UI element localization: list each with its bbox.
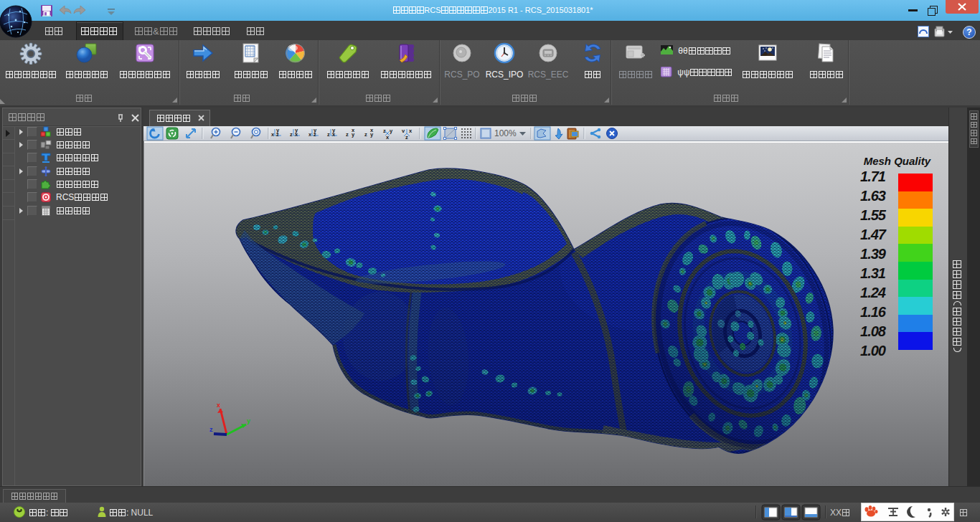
svg-text:v: v xyxy=(402,128,405,134)
svg-text:z: z xyxy=(290,131,293,138)
svg-text:y: y xyxy=(276,127,280,133)
svg-text:z: z xyxy=(327,131,330,138)
svg-text:x: x xyxy=(352,127,355,133)
svg-text:z: z xyxy=(383,128,386,134)
svg-text:y: y xyxy=(314,127,317,133)
svg-text:x: x xyxy=(409,128,413,134)
svg-text:z: z xyxy=(346,131,349,138)
svg-text:x: x xyxy=(370,127,374,133)
svg-text:y: y xyxy=(332,127,336,133)
svg-text:z: z xyxy=(405,134,408,141)
svg-text:y: y xyxy=(295,127,298,133)
svg-text:z: z xyxy=(364,131,367,138)
svg-text:y: y xyxy=(390,128,393,134)
svg-text:x: x xyxy=(308,131,312,138)
svg-text:100%: 100% xyxy=(494,128,517,138)
svg-text:x: x xyxy=(271,131,275,138)
